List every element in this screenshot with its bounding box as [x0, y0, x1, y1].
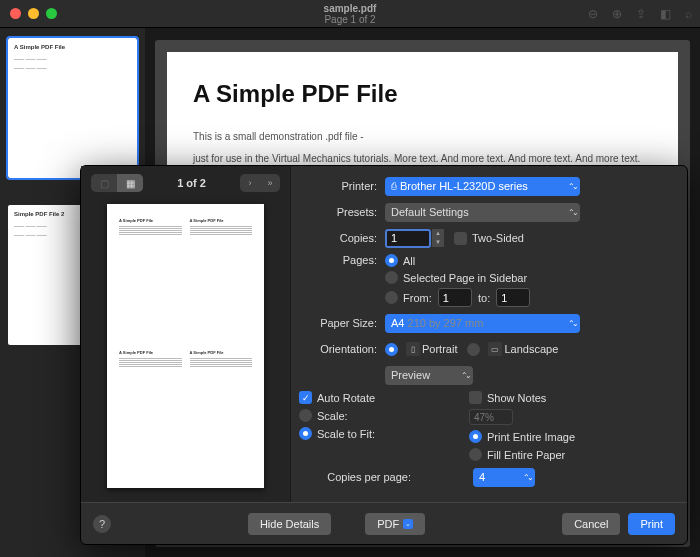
preview-mode-grid-icon[interactable]: ▦: [117, 174, 143, 192]
help-button[interactable]: ?: [93, 515, 111, 533]
printer-select[interactable]: ⎙Brother HL-L2320D series: [385, 177, 580, 196]
pages-all-radio[interactable]: [385, 254, 398, 267]
presets-label: Presets:: [299, 206, 385, 218]
share-icon[interactable]: ⇪: [636, 7, 646, 21]
chevron-updown-icon: [461, 371, 469, 380]
mini-page: A Simple PDF File: [115, 214, 186, 346]
chevron-updown-icon: [568, 319, 576, 328]
pages-selected-label: Selected Page in Sidebar: [403, 272, 527, 284]
close-window-button[interactable]: [10, 8, 21, 19]
printer-label: Printer:: [299, 180, 385, 192]
print-entire-radio[interactable]: [469, 430, 482, 443]
doc-paragraph: This is a small demonstration .pdf file …: [193, 130, 652, 144]
doc-heading: A Simple PDF File: [193, 80, 652, 108]
shownotes-label: Show Notes: [487, 392, 546, 404]
toolbar: ⊖ ⊕ ⇪ ◧ ⌕: [588, 7, 692, 21]
autorotate-label: Auto Rotate: [317, 392, 375, 404]
print-preview-sheet: A Simple PDF File A Simple PDF File A Si…: [107, 204, 264, 488]
portrait-icon: ▯: [406, 342, 420, 356]
orientation-landscape-label: Landscape: [504, 343, 558, 355]
preview-mode-segmented[interactable]: ▢ ▦: [91, 174, 143, 192]
pages-label: Pages:: [299, 254, 385, 266]
mini-page: A Simple PDF File: [115, 346, 186, 478]
doc-title: sample.pdf: [324, 3, 377, 14]
print-dialog: ▢ ▦ 1 of 2 › » A Simple PDF File A Simpl…: [80, 165, 688, 545]
scale-to-fit-radio[interactable]: [299, 427, 312, 440]
orientation-label: Orientation:: [299, 343, 385, 355]
thumbnail-page-1[interactable]: A Simple PDF File —— —— —— —— —— ——: [8, 38, 137, 178]
copies-stepper[interactable]: ▲▼: [432, 229, 444, 247]
pages-range-radio[interactable]: [385, 291, 398, 304]
doc-subtitle: Page 1 of 2: [324, 14, 377, 25]
traffic-lights: [10, 8, 57, 19]
fill-paper-label: Fill Entire Paper: [487, 449, 565, 461]
search-icon[interactable]: ⌕: [685, 7, 692, 21]
presets-select[interactable]: Default Settings: [385, 203, 580, 222]
pages-all-label: All: [403, 255, 415, 267]
minimize-window-button[interactable]: [28, 8, 39, 19]
pages-to-label: to:: [478, 292, 490, 304]
pages-from-input[interactable]: [438, 288, 472, 307]
printer-icon: ⎙: [391, 181, 396, 191]
step-up-icon[interactable]: ▲: [432, 229, 444, 238]
section-select[interactable]: Preview: [385, 366, 473, 385]
page-counter: 1 of 2: [153, 177, 230, 189]
chevron-updown-icon: [523, 473, 531, 482]
scale-label: Scale:: [317, 410, 348, 422]
preview-mode-single-icon[interactable]: ▢: [91, 174, 117, 192]
print-options: Printer: ⎙Brother HL-L2320D series Prese…: [291, 166, 687, 502]
shownotes-checkbox[interactable]: [469, 391, 482, 404]
pages-to-input[interactable]: [496, 288, 530, 307]
orientation-landscape-radio[interactable]: [467, 343, 480, 356]
scale-to-fit-label: Scale to Fit:: [317, 428, 375, 440]
print-button[interactable]: Print: [628, 513, 675, 535]
window-title: sample.pdf Page 1 of 2: [324, 3, 377, 25]
pdf-menu-button[interactable]: PDF⌄: [365, 513, 425, 535]
zoom-in-icon[interactable]: ⊕: [612, 7, 622, 21]
last-page-icon[interactable]: »: [260, 174, 280, 192]
chevron-updown-icon: [568, 182, 576, 191]
twosided-label: Two-Sided: [472, 232, 524, 244]
zoom-window-button[interactable]: [46, 8, 57, 19]
mini-page: A Simple PDF File: [186, 346, 257, 478]
chevron-updown-icon: [568, 208, 576, 217]
scale-radio[interactable]: [299, 409, 312, 422]
step-down-icon[interactable]: ▼: [432, 238, 444, 247]
fill-paper-radio[interactable]: [469, 448, 482, 461]
autorotate-checkbox[interactable]: [299, 391, 312, 404]
pages-selected-radio[interactable]: [385, 271, 398, 284]
hide-details-button[interactable]: Hide Details: [248, 513, 331, 535]
landscape-icon: ▭: [488, 342, 502, 356]
orientation-portrait-radio[interactable]: [385, 343, 398, 356]
window-titlebar: sample.pdf Page 1 of 2 ⊖ ⊕ ⇪ ◧ ⌕: [0, 0, 700, 28]
paper-size-select[interactable]: A4 210 by 297 mm: [385, 314, 580, 333]
page-nav[interactable]: › »: [240, 174, 280, 192]
cancel-button[interactable]: Cancel: [562, 513, 620, 535]
pages-from-label: From:: [403, 292, 432, 304]
next-page-icon[interactable]: ›: [240, 174, 260, 192]
scale-percent-field[interactable]: 47%: [469, 409, 513, 425]
twosided-checkbox[interactable]: [454, 232, 467, 245]
print-preview-pane: ▢ ▦ 1 of 2 › » A Simple PDF File A Simpl…: [81, 166, 291, 502]
orientation-portrait-label: Portrait: [422, 343, 457, 355]
dialog-footer: ? Hide Details PDF⌄ Cancel Print: [81, 502, 687, 544]
copies-per-page-select[interactable]: 4: [473, 468, 535, 487]
copies-per-page-label: Copies per page:: [299, 471, 419, 483]
mini-page: A Simple PDF File: [186, 214, 257, 346]
paper-size-label: Paper Size:: [299, 317, 385, 329]
copies-label: Copies:: [299, 232, 385, 244]
copies-input[interactable]: [385, 229, 431, 248]
highlight-icon[interactable]: ◧: [660, 7, 671, 21]
print-entire-label: Print Entire Image: [487, 431, 575, 443]
zoom-out-icon[interactable]: ⊖: [588, 7, 598, 21]
chevron-down-icon: ⌄: [403, 519, 413, 529]
